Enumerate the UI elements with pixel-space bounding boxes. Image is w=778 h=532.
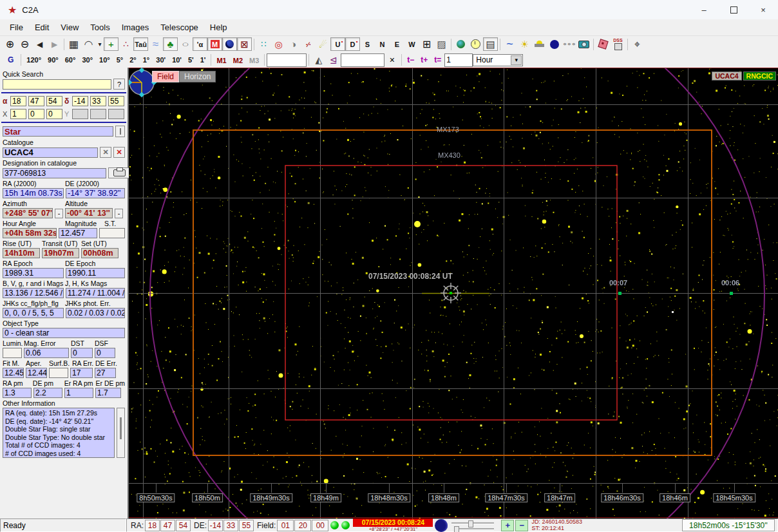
telescope-control-icon[interactable]: ⌖ xyxy=(630,37,645,51)
dome-icon[interactable]: ◠ xyxy=(81,37,96,51)
dome-dropdown-icon[interactable]: ▾ xyxy=(96,37,104,51)
mark-button-m2[interactable]: M2 xyxy=(230,57,246,64)
previous-view-icon[interactable]: ◀ xyxy=(32,37,47,51)
menu-item-edit[interactable]: Edit xyxy=(29,21,55,34)
map-tab-horizon[interactable]: Horizon xyxy=(179,71,216,82)
messier-icon[interactable]: M xyxy=(207,37,222,51)
nebula-outline-icon[interactable]: ◎ xyxy=(271,37,286,51)
flip-vertical-icon[interactable]: ⊴ xyxy=(326,53,341,67)
status-field-3[interactable]: 00 xyxy=(312,520,328,531)
clock-icon[interactable] xyxy=(468,37,483,51)
x3-input[interactable] xyxy=(46,109,62,119)
fov-button-10min[interactable]: 10' xyxy=(169,53,185,66)
fov-ellipse-icon[interactable]: ○ xyxy=(178,37,193,51)
flip-horizontal-icon[interactable]: ◭ xyxy=(311,53,326,67)
object-search-input[interactable] xyxy=(341,53,384,67)
pan-icon[interactable]: ⊞ xyxy=(419,37,434,51)
uranus-icon[interactable]: U xyxy=(330,37,345,51)
fov-button-2deg[interactable]: 2° xyxy=(126,53,140,66)
milky-way-icon[interactable]: ≈ xyxy=(148,37,163,51)
asteroids-icon[interactable]: ∙∕∙ xyxy=(301,37,316,51)
dwarf-planets-icon[interactable]: D xyxy=(345,37,360,51)
object-class-scrollbar[interactable] xyxy=(115,126,125,137)
clear-search-button[interactable]: × xyxy=(384,53,399,67)
quick-search-input[interactable] xyxy=(3,79,111,90)
time-step-input[interactable] xyxy=(444,53,473,67)
ecliptic-icon[interactable]: ~ xyxy=(502,37,517,51)
status-field-1[interactable]: 01 xyxy=(277,520,294,531)
star-colors-icon[interactable]: ∷ xyxy=(256,37,271,51)
south-icon[interactable]: S xyxy=(360,37,375,51)
fov-button-10deg[interactable]: 10° xyxy=(96,53,113,66)
de-d-input[interactable] xyxy=(72,96,88,106)
north-icon[interactable]: N xyxy=(375,37,390,51)
time-minus-button[interactable]: t− xyxy=(404,55,417,64)
sun-icon[interactable]: ☀ xyxy=(517,37,532,51)
fov-button-90deg[interactable]: 90° xyxy=(44,53,62,66)
status-field-2[interactable]: 20 xyxy=(294,520,311,531)
fov-button-60deg[interactable]: 60° xyxy=(62,53,79,66)
mark-button-m1[interactable]: M1 xyxy=(213,57,229,64)
center-object-icon[interactable]: + xyxy=(104,37,119,51)
menu-item-help[interactable]: Help xyxy=(204,21,233,34)
help-button[interactable]: ? xyxy=(113,79,125,90)
ra-h-input[interactable] xyxy=(10,96,26,106)
dss-image-icon[interactable]: DSS xyxy=(611,37,625,51)
time-plus-button[interactable]: t+ xyxy=(417,55,431,64)
time-sliders[interactable] xyxy=(451,520,497,531)
other-info-scrollbar[interactable] xyxy=(117,408,125,458)
constellation-names-icon[interactable]: Taû xyxy=(133,37,148,51)
fov-button-5min[interactable]: 5' xyxy=(185,53,197,66)
menu-item-telescope[interactable]: Telescope xyxy=(155,21,204,34)
status-ra-h[interactable]: 18 xyxy=(145,520,160,531)
comets-icon[interactable]: ☄ xyxy=(316,37,330,51)
catalogue-badge-rngcic[interactable]: RNGCIC xyxy=(743,71,776,81)
deep-sky-icon[interactable] xyxy=(222,37,237,51)
fov-button-1deg[interactable]: 1° xyxy=(140,53,153,66)
ccd-frame-icon[interactable] xyxy=(596,37,611,51)
catalogue-field[interactable]: UCAC4 xyxy=(3,147,98,158)
status-de-m[interactable]: 33 xyxy=(223,520,238,531)
mark-button-m3[interactable]: M3 xyxy=(246,57,262,64)
ra-s-input[interactable] xyxy=(46,96,62,106)
status-ra-s[interactable]: 54 xyxy=(176,520,191,531)
fov-button-1min[interactable]: 1' xyxy=(197,53,209,66)
night-vision-icon[interactable] xyxy=(547,37,562,51)
fov-button-30min[interactable]: 30' xyxy=(153,53,169,66)
designation-input[interactable] xyxy=(3,168,106,178)
status-de-d[interactable]: -14 xyxy=(208,520,223,531)
labels-icon[interactable]: 'α xyxy=(193,37,207,51)
mark-search-input[interactable] xyxy=(267,53,307,67)
goto-button[interactable]: G xyxy=(3,55,19,64)
x1-input[interactable] xyxy=(10,109,26,119)
status-ra-m[interactable]: 47 xyxy=(160,520,175,531)
zoom-minus-button[interactable]: − xyxy=(515,520,528,531)
camera-icon[interactable] xyxy=(576,37,591,51)
close-button[interactable]: × xyxy=(748,0,778,19)
de-s-input[interactable] xyxy=(108,96,124,106)
print-button[interactable] xyxy=(108,167,130,178)
azimuth-more-button[interactable]: - xyxy=(55,209,63,218)
constellation-lines-icon[interactable]: ∴ xyxy=(119,37,133,51)
west-icon[interactable]: W xyxy=(404,37,419,51)
menu-item-images[interactable]: Images xyxy=(116,21,155,34)
menu-item-view[interactable]: View xyxy=(55,21,84,34)
zoom-in-icon[interactable]: ⊕ xyxy=(3,37,17,51)
maximize-button[interactable] xyxy=(719,0,748,19)
ra-m-input[interactable] xyxy=(28,96,44,106)
catalogue-badge-ucac4[interactable]: UCAC4 xyxy=(712,71,741,81)
earth-icon[interactable] xyxy=(453,37,468,51)
time-set-button[interactable]: t= xyxy=(431,55,444,64)
satellite-track-icon[interactable]: ∘∘∘ xyxy=(562,37,576,51)
de-m-input[interactable] xyxy=(90,96,106,106)
altitude-more-button[interactable]: - xyxy=(115,209,123,218)
east-icon[interactable]: E xyxy=(390,37,404,51)
twilight-icon[interactable] xyxy=(532,37,547,51)
catalogue-next-button[interactable]: ✕ xyxy=(113,147,125,158)
fov-button-30deg[interactable]: 30° xyxy=(79,53,96,66)
star-map-canvas[interactable] xyxy=(129,68,778,518)
menu-item-tools[interactable]: Tools xyxy=(84,21,115,34)
side-panel-icon[interactable]: ▤ xyxy=(483,37,498,51)
map-tab-field[interactable]: Field xyxy=(152,71,179,82)
fov-button-120deg[interactable]: 120° xyxy=(23,53,44,66)
